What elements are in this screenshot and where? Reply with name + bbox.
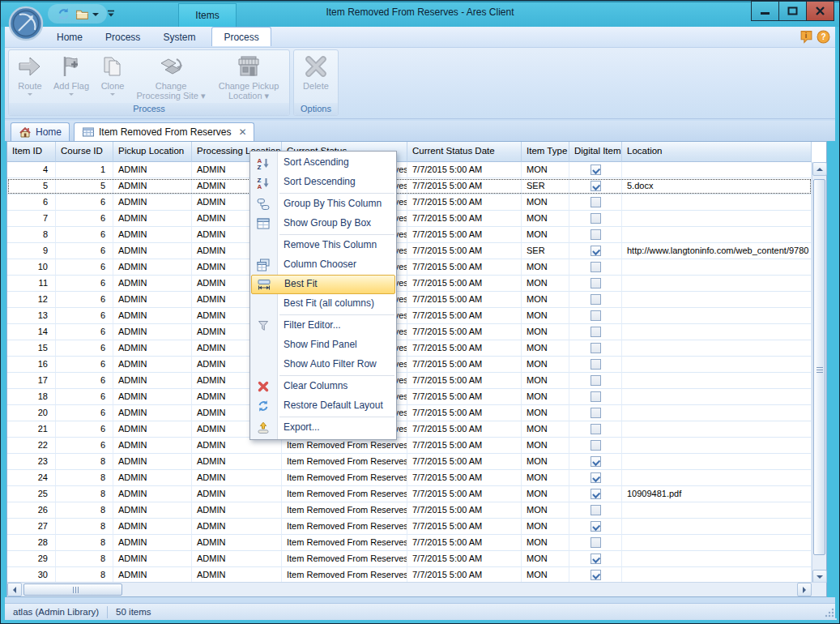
digital-item-checkbox[interactable]	[591, 181, 601, 191]
digital-item-checkbox[interactable]	[591, 165, 601, 175]
table-row-item-12[interactable]: 126ADMINADMINItem Removed From Reserves7…	[7, 292, 812, 308]
table-row-item-27[interactable]: 278ADMINADMINItem Removed From Reserves7…	[7, 519, 812, 535]
column-header-digital-item[interactable]: Digital Item	[569, 142, 622, 162]
table-row-item-5[interactable]: 55ADMINADMINItem Removed From Reserves7/…	[7, 178, 812, 194]
add-flag-button[interactable]: Add Flag	[49, 52, 93, 103]
close-icon[interactable]	[806, 1, 834, 21]
scroll-right-icon[interactable]	[797, 583, 812, 596]
table-row-item-22[interactable]: 226ADMINADMINItem Removed From Reserves7…	[7, 438, 812, 454]
route-button[interactable]: Route	[11, 52, 49, 103]
delete-button[interactable]: Delete	[296, 52, 336, 103]
digital-item-checkbox[interactable]	[591, 440, 601, 451]
table-row-item-30[interactable]: 308ADMINADMINItem Removed From Reserves7…	[7, 567, 812, 583]
table-row-item-20[interactable]: 206ADMINADMINItem Removed From Reserves7…	[7, 405, 812, 421]
digital-item-checkbox[interactable]	[591, 327, 601, 337]
maximize-icon[interactable]	[778, 1, 807, 21]
table-row-item-16[interactable]: 166ADMINADMINItem Removed From Reserves7…	[7, 357, 812, 373]
digital-item-checkbox[interactable]	[591, 197, 601, 207]
digital-item-checkbox[interactable]	[591, 408, 601, 418]
digital-item-checkbox[interactable]	[591, 246, 601, 256]
menu-item-restore-default-layout[interactable]: Restore Default Layout	[250, 396, 396, 416]
table-row-item-26[interactable]: 268ADMINADMINItem Removed From Reserves7…	[7, 502, 812, 519]
table-row-item-28[interactable]: 288ADMINADMINItem Removed From Reserves7…	[7, 535, 812, 551]
digital-item-checkbox[interactable]	[591, 375, 601, 386]
menu-item-sort-ascending[interactable]: AZSort Ascending	[250, 153, 396, 173]
digital-item-checkbox[interactable]	[591, 391, 601, 402]
ribbon-tab-process-selected[interactable]: Process	[211, 27, 271, 46]
menu-item-show-find-panel[interactable]: Show Find Panel	[250, 336, 396, 355]
clone-button[interactable]: Clone	[93, 52, 132, 103]
column-header-pickup-location[interactable]: Pickup Location	[113, 142, 192, 162]
vertical-scroll-thumb[interactable]	[813, 179, 825, 555]
scroll-left-icon[interactable]	[7, 583, 22, 596]
horizontal-scrollbar[interactable]	[7, 582, 826, 596]
digital-item-checkbox[interactable]	[591, 343, 601, 353]
horizontal-scroll-thumb[interactable]	[23, 583, 122, 596]
digital-item-checkbox[interactable]	[591, 359, 601, 370]
close-tab-icon[interactable]: ✕	[238, 126, 246, 138]
digital-item-checkbox[interactable]	[591, 310, 601, 321]
digital-item-checkbox[interactable]	[591, 278, 601, 288]
table-row-item-15[interactable]: 156ADMINADMINItem Removed From Reserves7…	[7, 340, 812, 357]
ribbon-tab-process[interactable]: Process	[94, 28, 151, 46]
digital-item-checkbox[interactable]	[591, 537, 601, 548]
table-row-item-9[interactable]: 96ADMINADMINItem Removed From Reserves7/…	[7, 243, 812, 259]
menu-item-sort-descending[interactable]: ZASort Descending	[250, 173, 396, 192]
digital-item-checkbox[interactable]	[591, 570, 601, 580]
table-row-item-8[interactable]: 86ADMINADMINItem Removed From Reserves7/…	[7, 227, 812, 243]
menu-item-remove-this-column[interactable]: Remove This Column	[250, 236, 396, 255]
ribbon-tab-home[interactable]: Home	[45, 28, 94, 46]
digital-item-checkbox[interactable]	[591, 456, 601, 467]
table-row-item-29[interactable]: 298ADMINADMINItem Removed From Reserves7…	[7, 551, 812, 567]
digital-item-checkbox[interactable]	[591, 229, 601, 240]
menu-item-filter-editor[interactable]: Filter Editor...	[250, 316, 396, 336]
table-row-item-25[interactable]: 258ADMINADMINItem Removed From Reserves7…	[7, 486, 812, 502]
menu-item-column-chooser[interactable]: Column Chooser	[250, 255, 396, 275]
vertical-scrollbar[interactable]	[812, 162, 826, 583]
digital-item-checkbox[interactable]	[591, 294, 601, 305]
digital-item-checkbox[interactable]	[591, 521, 601, 532]
dropdown-arrow-icon[interactable]	[92, 13, 99, 19]
table-row-item-7[interactable]: 76ADMINADMINItem Removed From Reserves7/…	[7, 211, 812, 227]
column-header-location[interactable]: Location	[622, 142, 812, 162]
doc-tab-home[interactable]: Home	[11, 122, 70, 141]
minimize-icon[interactable]	[751, 1, 779, 21]
digital-item-checkbox[interactable]	[591, 262, 601, 272]
feedback-icon[interactable]: i	[799, 30, 813, 44]
ribbon-tab-system[interactable]: System	[151, 28, 207, 46]
digital-item-checkbox[interactable]	[591, 489, 601, 499]
menu-item-clear-columns[interactable]: Clear Columns	[250, 377, 396, 396]
menu-item-group-by-this-column[interactable]: Group By This Column	[250, 194, 396, 214]
table-row-item-14[interactable]: 146ADMINADMINItem Removed From Reserves7…	[7, 324, 812, 340]
column-header-course-id[interactable]: Course ID	[56, 142, 113, 162]
table-row-item-11[interactable]: 116ADMINADMINItem Removed From Reserves7…	[7, 276, 812, 292]
digital-item-checkbox[interactable]	[591, 505, 601, 515]
change-processing-site-button[interactable]: ChangeProcessing Site ▾	[132, 52, 210, 103]
ares-bow-logo-icon[interactable]	[8, 6, 44, 41]
digital-item-checkbox[interactable]	[591, 213, 601, 224]
column-header-item-type[interactable]: Item Type	[522, 142, 569, 162]
column-header-current-status-date[interactable]: Current Status Date	[407, 142, 522, 162]
digital-item-checkbox[interactable]	[591, 472, 601, 483]
sync-icon[interactable]	[57, 7, 70, 21]
table-row-item-24[interactable]: 248ADMINADMINItem Removed From Reserves7…	[7, 470, 812, 486]
digital-item-checkbox[interactable]	[591, 424, 601, 434]
table-row-item-6[interactable]: 66ADMINADMINItem Removed From Reserves7/…	[7, 194, 812, 211]
scroll-up-icon[interactable]	[812, 162, 827, 176]
table-row-item-23[interactable]: 238ADMINADMINItem Removed From Reserves7…	[7, 454, 812, 470]
toolbar-options-icon[interactable]	[104, 7, 117, 20]
doc-tab-item-removed-from-reserves[interactable]: Item Removed From Reserves ✕	[74, 122, 254, 141]
resize-grip-icon[interactable]	[825, 608, 834, 618]
table-row-item-21[interactable]: 216ADMINADMINItem Removed From Reserves7…	[7, 421, 812, 438]
digital-item-checkbox[interactable]	[591, 553, 601, 564]
table-row-item-4[interactable]: 41ADMINADMINItem Removed From Reserves7/…	[7, 162, 812, 178]
menu-item-export[interactable]: Export...	[250, 418, 396, 438]
column-header-item-id[interactable]: Item ID	[7, 142, 56, 162]
table-row-item-18[interactable]: 186ADMINADMINItem Removed From Reserves7…	[7, 389, 812, 405]
table-row-item-17[interactable]: 176ADMINADMINItem Removed From Reserves7…	[7, 373, 812, 389]
folder-icon[interactable]	[75, 7, 89, 21]
menu-item-best-fit-all-columns[interactable]: Best Fit (all columns)	[250, 294, 396, 314]
change-pickup-location-button[interactable]: Change PickupLocation ▾	[210, 52, 288, 103]
table-row-item-13[interactable]: 136ADMINADMINItem Removed From Reserves7…	[7, 308, 812, 324]
help-icon[interactable]: ?	[817, 30, 830, 44]
